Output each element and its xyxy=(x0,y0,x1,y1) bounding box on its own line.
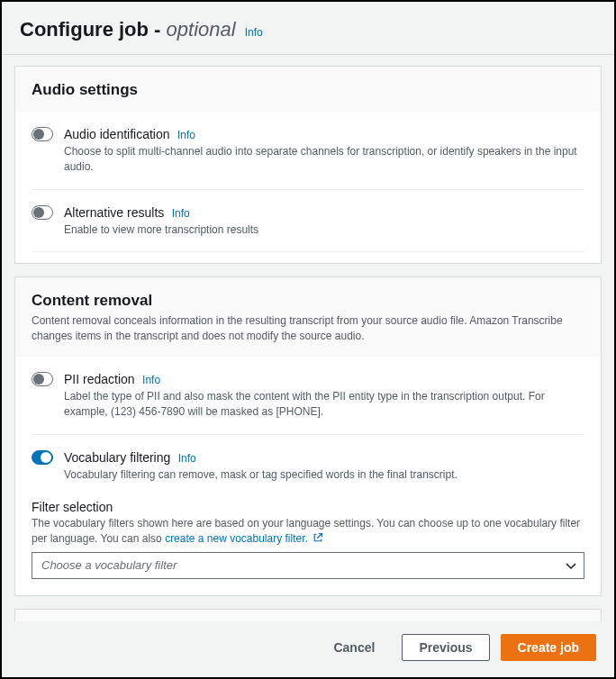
toggle-label: Vocabulary filtering xyxy=(64,450,170,465)
toggle-label: Audio identification xyxy=(64,127,170,141)
content-removal-panel: Content removal Content removal conceals… xyxy=(14,276,602,596)
header-info-link[interactable]: Info xyxy=(245,26,263,39)
title-prefix: Configure job xyxy=(20,18,149,41)
create-vocab-filter-link[interactable]: create a new vocabulary filter. xyxy=(165,532,308,545)
cancel-button[interactable]: Cancel xyxy=(317,635,391,660)
pii-redaction-row: PII redaction Info Label the type of PII… xyxy=(32,357,584,434)
toggle-desc: Vocabulary filtering can remove, mask or… xyxy=(64,467,584,483)
info-link[interactable]: Info xyxy=(178,452,196,465)
create-job-button[interactable]: Create job xyxy=(501,634,596,661)
pii-redaction-toggle[interactable] xyxy=(32,372,53,386)
filter-selection-block: Filter selection The vocabulary filters … xyxy=(32,496,584,595)
toggle-desc: Choose to split multi-channel audio into… xyxy=(64,144,584,175)
panel-body: Audio identification Info Choose to spli… xyxy=(15,112,601,252)
dialog-body: Audio settings Audio identification Info… xyxy=(2,55,614,621)
alternative-results-row: Alternative results Info Enable to view … xyxy=(32,189,584,253)
toggle-label: Alternative results xyxy=(64,205,164,220)
toggle-label: PII redaction xyxy=(64,372,135,386)
audio-settings-panel: Audio settings Audio identification Info… xyxy=(14,66,602,264)
field-label: Filter selection xyxy=(32,500,584,514)
panel-header: Audio settings xyxy=(15,67,601,112)
toggle-desc: Label the type of PII and also mask the … xyxy=(64,389,584,420)
external-link-icon xyxy=(313,532,323,543)
page-title: Configure job - optional xyxy=(20,18,241,41)
select-placeholder: Choose a vocabulary filter xyxy=(41,558,177,572)
dialog-header: Configure job - optional Info xyxy=(2,2,614,55)
alternative-results-toggle[interactable] xyxy=(32,205,53,220)
audio-identification-toggle[interactable] xyxy=(32,127,53,141)
info-link[interactable]: Info xyxy=(172,207,190,220)
panel-header: Content removal Content removal conceals… xyxy=(15,277,601,357)
field-desc: The vocabulary filters shown here are ba… xyxy=(32,516,584,547)
vocabulary-filter-select[interactable]: Choose a vocabulary filter xyxy=(32,552,584,579)
dialog-footer: Cancel Previous Create job xyxy=(2,621,614,677)
chevron-down-icon xyxy=(566,557,576,574)
panel-desc: Content removal conceals information in … xyxy=(32,313,584,344)
vocabulary-filtering-row: Vocabulary filtering Info Vocabulary fil… xyxy=(32,434,584,497)
toggle-desc: Enable to view more transcription result… xyxy=(64,222,584,238)
vocabulary-filtering-toggle[interactable] xyxy=(32,450,53,465)
panel-title: Content removal xyxy=(32,292,584,310)
configure-job-dialog: Configure job - optional Info Audio sett… xyxy=(2,2,614,677)
panel-header: Customization xyxy=(15,610,601,621)
panel-body: PII redaction Info Label the type of PII… xyxy=(15,357,601,595)
info-link[interactable]: Info xyxy=(177,129,195,141)
panel-title: Audio settings xyxy=(32,81,584,99)
previous-button[interactable]: Previous xyxy=(402,634,489,661)
info-link[interactable]: Info xyxy=(142,374,160,386)
audio-identification-row: Audio identification Info Choose to spli… xyxy=(32,112,584,189)
customization-panel: Customization Custom vocabulary Info A c… xyxy=(14,609,602,621)
title-optional: optional xyxy=(167,18,236,41)
